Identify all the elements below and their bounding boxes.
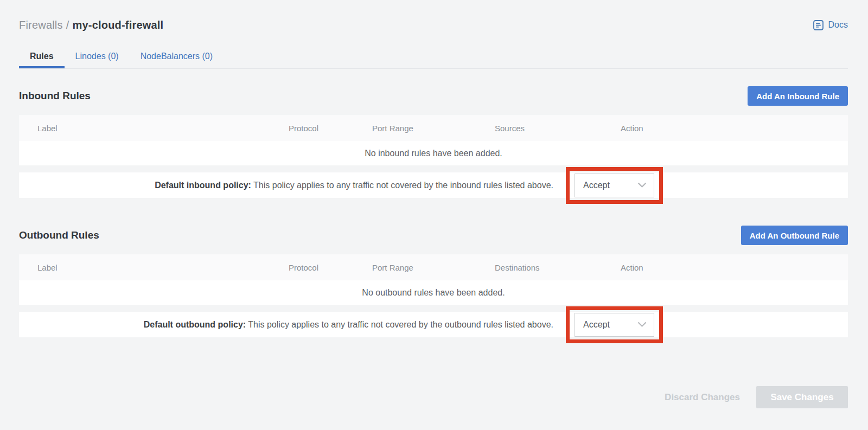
- outbound-policy-description: Default outbound policy: This policy app…: [144, 320, 553, 330]
- column-header-protocol: Protocol: [289, 263, 372, 272]
- outbound-table-header: Label Protocol Port Range Destinations A…: [19, 254, 848, 280]
- annotation-highlight-inbound: Accept: [566, 167, 663, 204]
- column-header-label: Label: [19, 124, 289, 133]
- outbound-policy-label: Default outbound policy:: [144, 320, 246, 329]
- page-title: my-cloud-firewall: [72, 19, 163, 31]
- docs-link[interactable]: Docs: [813, 20, 848, 31]
- outbound-empty-message: No outbound rules have been added.: [362, 288, 505, 298]
- add-outbound-rule-button[interactable]: Add An Outbound Rule: [741, 226, 848, 245]
- inbound-policy-label: Default inbound policy:: [155, 181, 251, 190]
- save-changes-button[interactable]: Save Changes: [756, 386, 848, 408]
- tab-bar: Rules Linodes (0) NodeBalancers (0): [19, 47, 848, 69]
- page-header: Firewalls/my-cloud-firewall Docs: [19, 0, 848, 34]
- inbound-default-policy-row: Default inbound policy: This policy appl…: [19, 172, 848, 198]
- docs-link-label: Docs: [828, 20, 848, 30]
- default-outbound-policy-value: Accept: [583, 320, 610, 330]
- outbound-rules-title: Outbound Rules: [19, 229, 99, 241]
- inbound-policy-help-text: This policy applies to any traffic not c…: [251, 181, 553, 190]
- breadcrumb-firewalls-link[interactable]: Firewalls: [19, 19, 63, 31]
- inbound-table-header: Label Protocol Port Range Sources Action: [19, 115, 848, 141]
- tab-rules[interactable]: Rules: [19, 47, 65, 68]
- column-header-protocol: Protocol: [289, 124, 372, 133]
- add-inbound-rule-button[interactable]: Add An Inbound Rule: [748, 86, 848, 106]
- tab-nodebalancers[interactable]: NodeBalancers (0): [130, 47, 224, 68]
- form-actions: Discard Changes Save Changes: [19, 386, 848, 408]
- column-header-action: Action: [621, 124, 848, 133]
- column-header-port-range: Port Range: [372, 124, 495, 133]
- inbound-rules-table: Label Protocol Port Range Sources Action…: [19, 115, 848, 198]
- breadcrumb-separator: /: [63, 19, 73, 31]
- outbound-default-policy-row: Default outbound policy: This policy app…: [19, 312, 848, 337]
- default-inbound-policy-select[interactable]: Accept: [575, 174, 654, 197]
- outbound-policy-help-text: This policy applies to any traffic not c…: [246, 320, 553, 329]
- column-header-port-range: Port Range: [372, 263, 495, 272]
- inbound-empty-row: No inbound rules have been added.: [19, 141, 848, 165]
- chevron-down-icon: [637, 181, 647, 190]
- outbound-empty-row: No outbound rules have been added.: [19, 280, 848, 305]
- column-header-action: Action: [621, 263, 848, 272]
- default-inbound-policy-value: Accept: [583, 181, 610, 190]
- annotation-highlight-outbound: Accept: [566, 306, 663, 343]
- column-header-label: Label: [19, 263, 289, 272]
- outbound-rules-table: Label Protocol Port Range Destinations A…: [19, 254, 848, 337]
- column-header-sources: Sources: [495, 124, 621, 133]
- document-icon: [813, 20, 824, 31]
- outbound-rules-section: Outbound Rules Add An Outbound Rule Labe…: [19, 226, 848, 337]
- tab-linodes[interactable]: Linodes (0): [65, 47, 130, 68]
- discard-changes-button[interactable]: Discard Changes: [665, 392, 740, 403]
- inbound-rules-section: Inbound Rules Add An Inbound Rule Label …: [19, 86, 848, 198]
- column-header-destinations: Destinations: [495, 263, 621, 272]
- inbound-empty-message: No inbound rules have been added.: [365, 149, 502, 158]
- chevron-down-icon: [637, 320, 647, 330]
- breadcrumb: Firewalls/my-cloud-firewall: [19, 19, 163, 31]
- inbound-policy-description: Default inbound policy: This policy appl…: [155, 181, 553, 190]
- default-outbound-policy-select[interactable]: Accept: [575, 313, 654, 337]
- inbound-rules-title: Inbound Rules: [19, 90, 91, 102]
- firewall-detail-page: Firewalls/my-cloud-firewall Docs Rules L…: [0, 0, 868, 430]
